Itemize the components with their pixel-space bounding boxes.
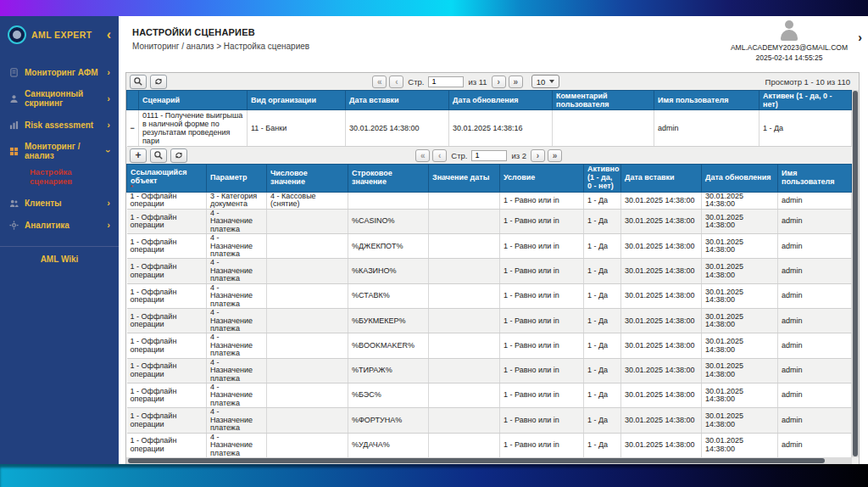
string-value-cell: %ТИРАЖ% [348, 358, 429, 383]
sidebar-collapse-icon[interactable]: ‹ [107, 28, 111, 42]
username-cell: admin [778, 283, 852, 308]
refresh-button[interactable] [150, 75, 167, 89]
sidebar-item-monitoring-afm[interactable]: Мониторинг АФМ › [0, 61, 119, 83]
search-button[interactable] [150, 148, 167, 163]
condition-cell: 1 - Равно или in [500, 433, 584, 457]
condition-cell: 1 - Равно или in [500, 192, 584, 209]
first-page-button[interactable]: « [372, 76, 387, 88]
collapse-row-icon[interactable]: − [127, 110, 139, 147]
document-icon [8, 67, 19, 77]
numeric-value-cell [267, 383, 348, 408]
horizontal-scrollbar[interactable] [126, 457, 852, 464]
column-header-string-value[interactable]: Строковое значение [348, 165, 429, 193]
column-header-user-comment[interactable]: Комментарий пользователя [553, 91, 654, 110]
column-header-parameter[interactable]: Параметр [207, 165, 267, 193]
sidebar-item-risk-assessment[interactable]: Risk assessment › [0, 114, 119, 136]
column-header-username[interactable]: Имя пользователя [778, 165, 852, 193]
last-page-button[interactable]: » [509, 76, 523, 88]
sidebar-item-scenario-settings-active[interactable]: Настройка сценариев [0, 166, 119, 192]
aml-expert-logo-icon [8, 25, 26, 44]
numeric-value-cell [267, 259, 348, 283]
active-cell: 1 - Да [584, 433, 621, 457]
column-header-condition[interactable]: Условие [500, 165, 584, 193]
date-value-cell [429, 309, 500, 333]
page-number-input[interactable] [428, 76, 464, 87]
insert-date-cell: 30.01.2025 14:38:00 [621, 309, 702, 333]
scenarios-toolbar: « ‹ Стр. из 11 › » 10 Просмотр 1 - 10 из… [126, 73, 859, 90]
parameter-row[interactable]: 1 - Оффлайн операции 4 - Назначение плат… [127, 433, 852, 457]
condition-cell: 1 - Равно или in [500, 283, 584, 308]
column-header-insert-date[interactable]: Дата вставки [346, 91, 449, 110]
string-value-cell: %КАЗИНО% [348, 259, 429, 283]
parameter-cell: 4 - Назначение платежа [207, 259, 267, 283]
refresh-button[interactable] [170, 148, 187, 163]
first-page-button[interactable]: « [415, 149, 430, 162]
parameters-table-body: 1 - Оффлайн операции 3 - Категория докум… [127, 192, 852, 464]
prev-page-button[interactable]: ‹ [432, 149, 447, 162]
vertical-scrollbar[interactable] [852, 90, 859, 457]
next-page-button[interactable]: › [531, 149, 545, 162]
parameter-row[interactable]: 1 - Оффлайн операции 4 - Назначение плат… [127, 259, 852, 283]
parameter-cell: 4 - Назначение платежа [207, 333, 267, 358]
column-header-numeric-value[interactable]: Числовое значение [267, 165, 348, 193]
column-header-active[interactable]: Активно (1 - да, 0 - нет) [584, 165, 621, 193]
column-header-ref-object[interactable]: Ссылающийся объект* [127, 165, 207, 193]
parameter-row[interactable]: 1 - Оффлайн операции 4 - Назначение плат… [127, 333, 852, 358]
date-value-cell [429, 209, 500, 233]
chevron-down-icon: › [103, 149, 114, 153]
app-window: AML EXPERT ‹ Мониторинг АФМ › Санкционны… [0, 16, 868, 464]
scenario-row[interactable]: − 0111 - Получение выигрыша в наличной ф… [127, 110, 852, 147]
numeric-value-cell [267, 283, 348, 308]
sidebar-item-clients[interactable]: Клиенты › [0, 192, 119, 214]
parameter-row[interactable]: 1 - Оффлайн операции 4 - Назначение плат… [127, 358, 852, 383]
avatar-icon[interactable] [778, 20, 800, 41]
aml-wiki-link[interactable]: AML Wiki [0, 247, 119, 271]
last-page-button[interactable]: » [548, 149, 562, 162]
vertical-scrollbar-thumb[interactable] [853, 91, 858, 456]
comment-cell [553, 110, 654, 147]
parameter-row[interactable]: 1 - Оффлайн операции 4 - Назначение плат… [127, 283, 852, 308]
update-date-cell: 30.01.2025 14:38:00 [702, 333, 778, 358]
update-date-cell: 30.01.2025 14:38:00 [702, 192, 778, 209]
active-cell: 1 - Да [584, 309, 621, 333]
column-header-scenario[interactable]: Сценарий [139, 91, 248, 110]
prev-page-button[interactable]: ‹ [389, 76, 403, 88]
parameters-toolbar: + « ‹ Стр. из 2 › » [126, 147, 859, 164]
column-header-date-value[interactable]: Значение даты [429, 165, 500, 193]
page-number-input[interactable] [471, 150, 507, 161]
column-header-org-type[interactable]: Вид организации [248, 91, 346, 110]
add-button[interactable]: + [130, 148, 147, 163]
date-value-cell [429, 383, 500, 408]
update-date-cell: 30.01.2025 14:38:00 [702, 433, 778, 457]
parameter-cell: 4 - Назначение платежа [207, 234, 267, 259]
column-header-update-date[interactable]: Дата обновления [702, 165, 778, 193]
top-gradient-bar [0, 0, 868, 16]
parameter-row[interactable]: 1 - Оффлайн операции 4 - Назначение плат… [127, 309, 852, 333]
column-header-username[interactable]: Имя пользователя [654, 91, 760, 110]
page-size-select[interactable]: 10 [531, 75, 560, 88]
parameter-cell: 3 - Категория документа [207, 192, 267, 209]
sidebar-item-analytics[interactable]: Аналитика › [0, 214, 119, 236]
column-header-insert-date[interactable]: Дата вставки [621, 165, 702, 193]
parameter-row[interactable]: 1 - Оффлайн операции 4 - Назначение плат… [127, 209, 852, 233]
parameter-row[interactable]: 1 - Оффлайн операции 4 - Назначение плат… [127, 234, 852, 259]
string-value-cell: %ДЖЕКПОТ% [348, 234, 429, 259]
parameter-row[interactable]: 1 - Оффлайн операции 4 - Назначение плат… [127, 408, 852, 433]
user-block: AML.ACADEMY2023@GMAIL.COM 2025-02-14 14:… [731, 20, 848, 62]
date-value-cell [429, 259, 500, 283]
page-label: Стр. [408, 77, 424, 87]
user-panel-chevron-icon[interactable]: › [858, 31, 862, 44]
parameters-pager: « ‹ Стр. из 2 › » [415, 149, 562, 162]
expand-column-header [127, 91, 139, 110]
column-header-active[interactable]: Активен (1 - да, 0 - нет) [760, 91, 852, 110]
sidebar-item-sanction-screening[interactable]: Санкционный скрининг › [0, 83, 119, 114]
sidebar-item-monitoring-analysis[interactable]: Мониторинг / анализ › [0, 136, 119, 166]
horizontal-scrollbar-thumb[interactable] [128, 458, 825, 463]
parameter-row[interactable]: 1 - Оффлайн операции 3 - Категория докум… [127, 192, 852, 209]
numeric-value-cell [267, 433, 348, 457]
column-header-update-date[interactable]: Дата обновления [449, 91, 553, 110]
search-button[interactable] [130, 75, 147, 89]
parameter-row[interactable]: 1 - Оффлайн операции 4 - Назначение плат… [127, 383, 852, 408]
next-page-button[interactable]: › [492, 76, 506, 88]
sidebar-menu: Мониторинг АФМ › Санкционный скрининг › … [0, 56, 119, 236]
